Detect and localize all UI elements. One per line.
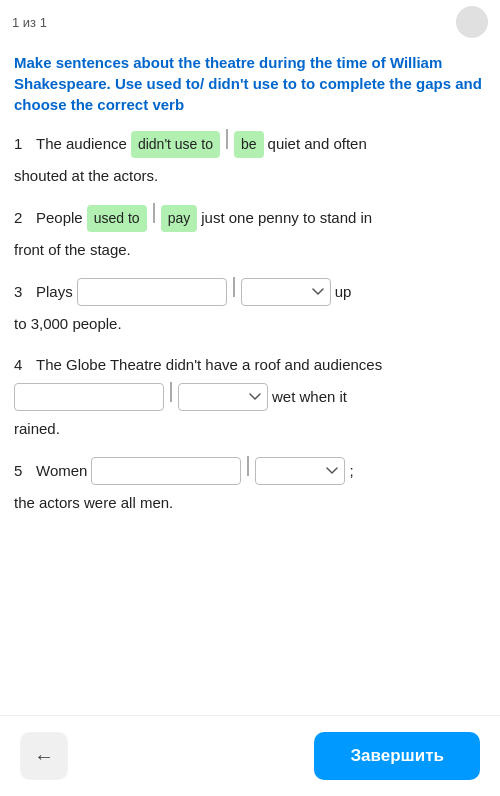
exercise-5: 5 Women act perform ; the actors were al… xyxy=(14,456,486,516)
exercise-4-separator xyxy=(170,382,172,402)
exercises-container: 1 The audience didn't use to be quiet an… xyxy=(0,129,500,516)
top-bar: 1 из 1 xyxy=(0,0,500,42)
exercise-2-row: 2 People used to pay just one penny to s… xyxy=(14,203,486,263)
exercise-2-separator-1 xyxy=(153,203,155,223)
exercise-1-separator-1 xyxy=(226,129,228,149)
page-indicator: 1 из 1 xyxy=(12,15,47,30)
exercise-4-input[interactable] xyxy=(14,383,164,411)
exercise-1-row: 1 The audience didn't use to be quiet an… xyxy=(14,129,486,189)
top-circle-icon xyxy=(456,6,488,38)
exercise-1-pill-2: be xyxy=(234,131,264,158)
exercise-5-row: 5 Women act perform ; the actors were al… xyxy=(14,456,486,516)
exercise-1: 1 The audience didn't use to be quiet an… xyxy=(14,129,486,189)
exercise-3-dropdown[interactable]: hold held xyxy=(241,278,331,306)
exercise-4-text-2: wet when it xyxy=(272,383,347,410)
exercise-4-dropdown[interactable]: get got xyxy=(178,383,268,411)
exercise-2-pill-1: used to xyxy=(87,205,147,232)
exercise-4: 4 The Globe Theatre didn't have a roof a… xyxy=(14,351,486,442)
exercise-1-number: 1 xyxy=(14,130,30,157)
instruction-content: Make sentences about the theatre during … xyxy=(14,54,482,113)
exercise-2-number: 2 xyxy=(14,204,30,231)
exercise-3-input[interactable] xyxy=(77,278,227,306)
exercise-5-dropdown[interactable]: act perform xyxy=(255,457,345,485)
exercise-1-text-1: The audience xyxy=(36,130,127,157)
back-icon: ← xyxy=(34,745,54,768)
exercise-4-row: 4 The Globe Theatre didn't have a roof a… xyxy=(14,351,486,442)
exercise-1-pill-1: didn't use to xyxy=(131,131,220,158)
exercise-3-separator xyxy=(233,277,235,297)
instruction-text: Make sentences about the theatre during … xyxy=(0,42,500,129)
footer: ← Завершить xyxy=(0,715,500,796)
exercise-3-text-2: up xyxy=(335,278,352,305)
exercise-3-number: 3 xyxy=(14,278,30,305)
exercise-2-pill-2: pay xyxy=(161,205,198,232)
exercise-5-input[interactable] xyxy=(91,457,241,485)
exercise-2-continuation: front of the stage. xyxy=(14,236,486,263)
exercise-5-continuation: the actors were all men. xyxy=(14,489,486,516)
exercise-5-text-2: ; xyxy=(349,457,353,484)
exercise-1-text-2: quiet and often xyxy=(268,130,367,157)
exercise-4-number: 4 xyxy=(14,351,30,378)
exercise-3-text-1: Plays xyxy=(36,278,73,305)
exercise-2-text-2: just one penny to stand in xyxy=(201,204,372,231)
exercise-4-continuation: rained. xyxy=(14,415,486,442)
exercise-3-row: 3 Plays hold held up to 3,000 people. xyxy=(14,277,486,337)
exercise-5-number: 5 xyxy=(14,457,30,484)
exercise-4-text-1: The Globe Theatre didn't have a roof and… xyxy=(36,351,382,378)
exercise-1-continuation: shouted at the actors. xyxy=(14,162,486,189)
finish-button[interactable]: Завершить xyxy=(314,732,480,780)
exercise-3: 3 Plays hold held up to 3,000 people. xyxy=(14,277,486,337)
exercise-2-text-1: People xyxy=(36,204,83,231)
exercise-2: 2 People used to pay just one penny to s… xyxy=(14,203,486,263)
back-button[interactable]: ← xyxy=(20,732,68,780)
exercise-5-separator xyxy=(247,456,249,476)
exercise-3-continuation: to 3,000 people. xyxy=(14,310,486,337)
exercise-5-text-1: Women xyxy=(36,457,87,484)
